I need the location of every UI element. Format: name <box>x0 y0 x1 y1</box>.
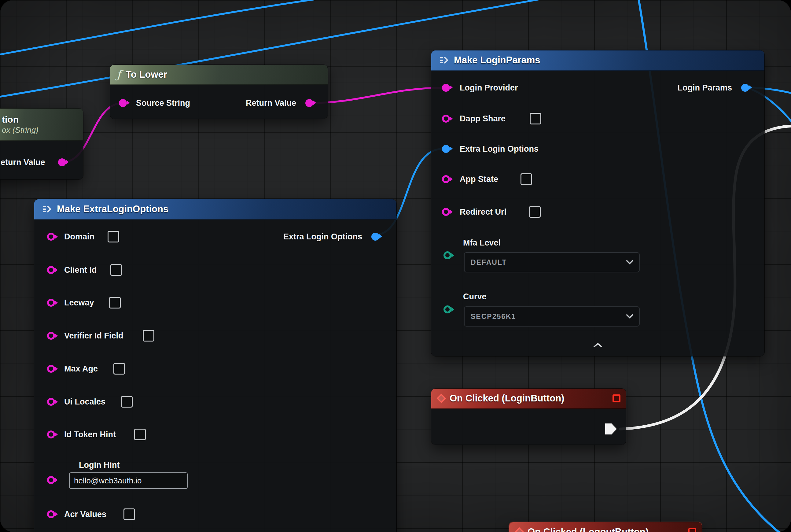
delegate-pin[interactable] <box>613 394 620 402</box>
curve-value: SECP256K1 <box>471 312 516 321</box>
verifier-id-field-checkbox[interactable] <box>143 330 154 342</box>
id-token-hint-label: Id Token Hint <box>64 430 116 439</box>
chevron-down-icon <box>626 260 633 264</box>
extra-login-options-out-pin[interactable] <box>371 233 379 241</box>
max-age-pin[interactable] <box>47 365 55 373</box>
redirect-url-checkbox[interactable] <box>529 206 541 218</box>
return-value-pin[interactable] <box>305 99 313 107</box>
onclicked-loginbutton-title: On Clicked (LoginButton) <box>449 393 564 404</box>
return-value-label: Return Value <box>246 98 296 108</box>
node-make-loginparams[interactable]: Make LoginParams Login Provider Login Pa… <box>431 51 765 356</box>
partial-return-value-pin[interactable] <box>58 158 66 166</box>
login-hint-input[interactable] <box>69 472 188 489</box>
app-state-label: App State <box>460 175 498 184</box>
node-onclicked-loginbutton[interactable]: On Clicked (LoginButton) <box>431 388 626 444</box>
to-lower-title: To Lower <box>126 69 167 80</box>
login-hint-label: Login Hint <box>79 460 119 470</box>
ui-locales-pin[interactable] <box>47 398 55 406</box>
partial-node-title: tion <box>2 114 19 125</box>
blueprint-graph-canvas[interactable]: tion ox (String) eturn Value ƒ To Lower … <box>0 0 791 532</box>
node-partial-left[interactable]: tion ox (String) eturn Value <box>0 109 83 179</box>
event-icon <box>437 394 446 403</box>
make-extraloginoptions-title: Make ExtraLoginOptions <box>57 204 168 215</box>
source-string-label: Source String <box>136 98 190 108</box>
mfa-level-dropdown[interactable]: DEFAULT <box>464 252 640 272</box>
login-provider-pin[interactable] <box>442 84 450 92</box>
dapp-share-checkbox[interactable] <box>530 113 541 125</box>
source-string-pin[interactable] <box>119 99 127 107</box>
make-loginparams-title: Make LoginParams <box>454 55 540 66</box>
app-state-pin[interactable] <box>442 175 450 183</box>
client-id-checkbox[interactable] <box>110 264 122 276</box>
client-id-label: Client Id <box>64 265 97 275</box>
ui-locales-checkbox[interactable] <box>121 396 133 407</box>
make-struct-icon <box>438 55 449 66</box>
delegate-pin[interactable] <box>688 528 696 532</box>
dapp-share-pin[interactable] <box>442 115 450 122</box>
curve-dropdown[interactable]: SECP256K1 <box>464 306 640 326</box>
max-age-label: Max Age <box>64 364 98 374</box>
curve-label: Curve <box>463 292 487 302</box>
leeway-label: Leeway <box>64 298 94 308</box>
extra-login-options-out-label: Extra Login Options <box>283 232 362 242</box>
ui-locales-label: Ui Locales <box>64 397 105 407</box>
mfa-level-value: DEFAULT <box>471 258 507 267</box>
partial-node-subtitle: ox (String) <box>2 125 39 135</box>
extra-login-options-in-pin[interactable] <box>442 145 450 153</box>
login-hint-pin[interactable] <box>47 476 55 484</box>
id-token-hint-checkbox[interactable] <box>134 429 146 440</box>
function-icon: ƒ <box>117 69 121 80</box>
id-token-hint-pin[interactable] <box>47 431 55 438</box>
login-provider-label: Login Provider <box>460 83 518 93</box>
verifier-id-field-pin[interactable] <box>47 332 55 340</box>
acr-values-pin[interactable] <box>47 510 55 518</box>
client-id-pin[interactable] <box>47 266 55 274</box>
make-struct-icon <box>41 204 52 215</box>
domain-label: Domain <box>64 232 94 242</box>
onclicked-logoutbutton-title: On Clicked (LogoutButton) <box>527 527 649 532</box>
extra-login-options-in-label: Extra Login Options <box>460 144 539 154</box>
exec-out-pin[interactable] <box>605 423 617 435</box>
event-icon <box>515 527 524 532</box>
redirect-url-label: Redirect Url <box>460 207 506 217</box>
leeway-checkbox[interactable] <box>109 297 121 308</box>
mfa-level-pin[interactable] <box>443 251 451 259</box>
login-params-out-label: Login Params <box>677 83 732 93</box>
redirect-url-pin[interactable] <box>442 208 450 216</box>
acr-values-checkbox[interactable] <box>123 509 135 520</box>
max-age-checkbox[interactable] <box>113 363 125 375</box>
chevron-down-icon <box>626 314 633 319</box>
node-to-lower[interactable]: ƒ To Lower Source String Return Value <box>110 65 328 119</box>
leeway-pin[interactable] <box>47 299 55 307</box>
login-params-out-pin[interactable] <box>741 84 749 92</box>
dapp-share-label: Dapp Share <box>460 114 505 124</box>
wire-tolower-to-loginprovider[interactable] <box>309 88 443 103</box>
domain-checkbox[interactable] <box>108 231 119 243</box>
acr-values-label: Acr Values <box>64 510 107 519</box>
partial-output-label: eturn Value <box>1 158 45 167</box>
collapse-node-chevron[interactable] <box>593 342 603 349</box>
node-make-extraloginoptions[interactable]: Make ExtraLoginOptions Domain Extra Logi… <box>34 200 397 532</box>
curve-pin[interactable] <box>443 305 451 314</box>
app-state-checkbox[interactable] <box>521 173 532 185</box>
node-onclicked-logoutbutton[interactable]: On Clicked (LogoutButton) <box>509 522 702 532</box>
verifier-id-field-label: Verifier Id Field <box>64 331 123 341</box>
mfa-level-label: Mfa Level <box>463 238 501 248</box>
chevron-up-icon <box>593 342 603 348</box>
domain-pin[interactable] <box>47 233 55 241</box>
